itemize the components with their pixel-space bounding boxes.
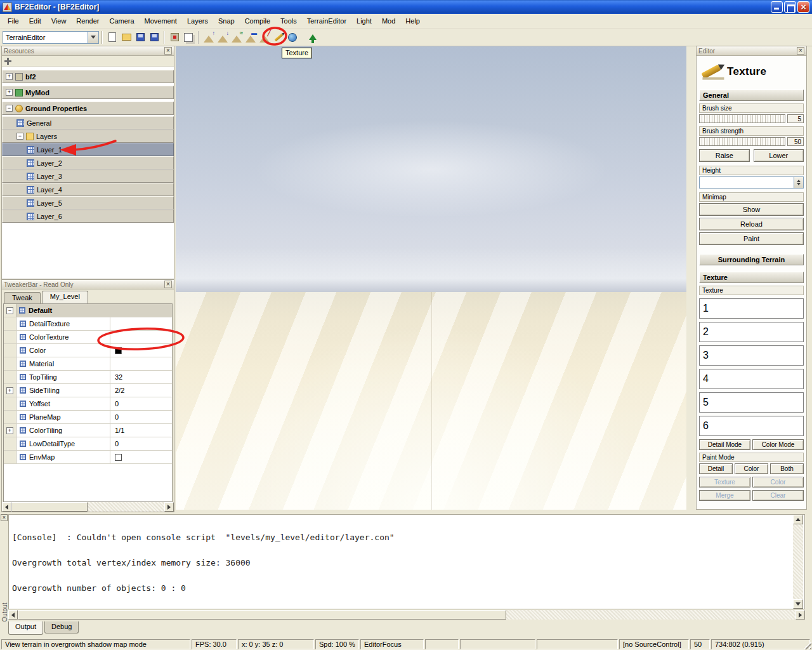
tree-item-layer-3[interactable]: Layer_3 bbox=[2, 169, 174, 183]
color-swatch[interactable] bbox=[115, 347, 122, 354]
menu-item-camera[interactable]: Camera bbox=[104, 15, 139, 27]
texture-slot-1[interactable]: 1 bbox=[699, 298, 804, 319]
terrain-smooth-icon[interactable]: ≈ bbox=[230, 30, 244, 44]
tree-item-general[interactable]: General bbox=[2, 116, 174, 129]
property-value[interactable]: 1/1 bbox=[110, 424, 172, 437]
texture-slot-5[interactable]: 5 bbox=[699, 392, 804, 413]
expand-icon[interactable] bbox=[6, 89, 13, 96]
height-input[interactable] bbox=[699, 176, 804, 189]
tab-debug[interactable]: Debug bbox=[44, 621, 79, 633]
tree-item-mymod[interactable]: MyMod bbox=[2, 86, 174, 99]
menu-item-view[interactable]: View bbox=[46, 15, 72, 27]
expand-icon[interactable] bbox=[6, 387, 13, 394]
combo-dropdown-button[interactable] bbox=[88, 32, 98, 43]
expand-icon[interactable] bbox=[6, 427, 13, 434]
import-package-icon[interactable] bbox=[167, 30, 181, 44]
menu-item-terraineditor[interactable]: TerrainEditor bbox=[302, 15, 351, 27]
clear-button[interactable]: Clear bbox=[752, 490, 804, 501]
save-all-icon[interactable] bbox=[147, 30, 161, 44]
new-file-icon[interactable] bbox=[105, 30, 119, 44]
property-row-toptiling[interactable]: TopTiling 32 bbox=[4, 371, 172, 384]
tree-item-layer-2[interactable]: Layer_2 bbox=[2, 156, 174, 169]
tree-item-ground-properties[interactable]: Ground Properties bbox=[2, 102, 174, 115]
texture-slot-4[interactable]: 4 bbox=[699, 369, 804, 389]
terrain-ramp-icon[interactable]: ╱ bbox=[258, 30, 272, 44]
menu-item-render[interactable]: Render bbox=[71, 15, 104, 27]
terrain-lower-icon[interactable]: ↓ bbox=[216, 30, 230, 44]
color-mode-button[interactable]: Color Mode bbox=[752, 439, 804, 450]
upload-terrain-icon[interactable] bbox=[306, 30, 320, 44]
minimize-button[interactable] bbox=[771, 1, 783, 13]
menu-item-tools[interactable]: Tools bbox=[275, 15, 302, 27]
property-row-yoffset[interactable]: Yoffset 0 bbox=[4, 397, 172, 411]
expand-icon[interactable] bbox=[6, 73, 13, 80]
terrain-flatten-icon[interactable]: ▬ bbox=[244, 30, 258, 44]
tree-item-layer-1[interactable]: Layer_1 bbox=[2, 143, 174, 156]
scroll-right-icon[interactable] bbox=[164, 502, 174, 512]
property-value[interactable]: 2/2 bbox=[110, 384, 172, 397]
globe-icon[interactable] bbox=[285, 30, 299, 44]
tweaker-horizontal-scrollbar[interactable] bbox=[2, 502, 174, 512]
property-row-color[interactable]: Color bbox=[4, 344, 172, 357]
lower-button[interactable]: Lower bbox=[754, 149, 804, 162]
close-icon[interactable] bbox=[164, 281, 172, 288]
property-row-detailtexture[interactable]: DetailTexture bbox=[4, 317, 172, 331]
scroll-thumb[interactable] bbox=[18, 610, 506, 620]
property-group-default[interactable]: Default bbox=[4, 304, 172, 317]
texture-slot-6[interactable]: 6 bbox=[699, 416, 804, 436]
scroll-right-icon[interactable] bbox=[796, 610, 805, 620]
property-row-sidetiling[interactable]: SideTiling 2/2 bbox=[4, 384, 172, 397]
texture-toggle-button[interactable]: Texture bbox=[699, 477, 750, 488]
duplicate-pages-icon[interactable] bbox=[181, 30, 195, 44]
close-button[interactable] bbox=[797, 1, 809, 13]
property-value[interactable]: 0 bbox=[110, 437, 172, 450]
collapse-icon[interactable] bbox=[16, 133, 23, 140]
texture-paint-icon[interactable] bbox=[272, 30, 285, 44]
show-button[interactable]: Show bbox=[699, 203, 804, 216]
output-vertical-scrollbar[interactable] bbox=[793, 515, 803, 609]
scroll-down-icon[interactable] bbox=[793, 599, 803, 609]
tab-my-level[interactable]: My_Level bbox=[42, 291, 88, 303]
brush-strength-slider[interactable] bbox=[699, 137, 785, 146]
close-icon[interactable] bbox=[797, 47, 804, 55]
output-horizontal-scrollbar[interactable] bbox=[8, 610, 805, 620]
tree-item-bf2[interactable]: bf2 bbox=[2, 70, 174, 83]
envmap-checkbox[interactable] bbox=[115, 454, 122, 461]
menu-item-mod[interactable]: Mod bbox=[377, 15, 400, 27]
menu-item-compile[interactable]: Compile bbox=[240, 15, 275, 27]
menu-item-light[interactable]: Light bbox=[351, 15, 377, 27]
tab-tweak[interactable]: Tweak bbox=[4, 292, 41, 303]
texture-slot-2[interactable]: 2 bbox=[699, 322, 804, 342]
scroll-thumb[interactable] bbox=[11, 502, 88, 512]
paint-both-button[interactable]: Both bbox=[770, 463, 804, 474]
collapse-icon[interactable] bbox=[6, 307, 13, 314]
color-toggle-button[interactable]: Color bbox=[752, 477, 804, 488]
property-value[interactable] bbox=[110, 331, 172, 343]
surrounding-terrain-button[interactable]: Surrounding Terrain bbox=[699, 254, 804, 265]
tree-item-layer-6[interactable]: Layer_6 bbox=[2, 209, 174, 223]
menu-item-help[interactable]: Help bbox=[400, 15, 425, 27]
detail-mode-button[interactable]: Detail Mode bbox=[699, 439, 750, 450]
property-value[interactable]: 32 bbox=[110, 371, 172, 383]
property-row-envmap[interactable]: EnvMap bbox=[4, 451, 172, 464]
editor-mode-select[interactable]: TerrainEditor bbox=[3, 31, 99, 44]
property-value[interactable] bbox=[110, 317, 172, 330]
scroll-left-icon[interactable] bbox=[2, 502, 11, 512]
add-resource-icon[interactable] bbox=[4, 58, 11, 65]
scroll-up-icon[interactable] bbox=[793, 515, 803, 524]
tree-item-layers[interactable]: Layers bbox=[2, 129, 174, 143]
terrain-viewport[interactable] bbox=[176, 46, 686, 510]
open-folder-icon[interactable] bbox=[119, 30, 133, 44]
paint-button[interactable]: Paint bbox=[699, 232, 804, 245]
tab-output[interactable]: Output bbox=[8, 621, 43, 635]
texture-slot-3[interactable]: 3 bbox=[699, 345, 804, 366]
close-icon[interactable] bbox=[1, 514, 8, 521]
property-value[interactable] bbox=[110, 357, 172, 370]
merge-button[interactable]: Merge bbox=[699, 490, 750, 501]
menu-item-layers[interactable]: Layers bbox=[182, 15, 213, 27]
property-row-colortiling[interactable]: ColorTiling 1/1 bbox=[4, 424, 172, 437]
menu-item-snap[interactable]: Snap bbox=[213, 15, 240, 27]
property-value[interactable] bbox=[110, 451, 172, 463]
scroll-left-icon[interactable] bbox=[8, 610, 18, 620]
brush-size-slider[interactable] bbox=[699, 114, 785, 123]
